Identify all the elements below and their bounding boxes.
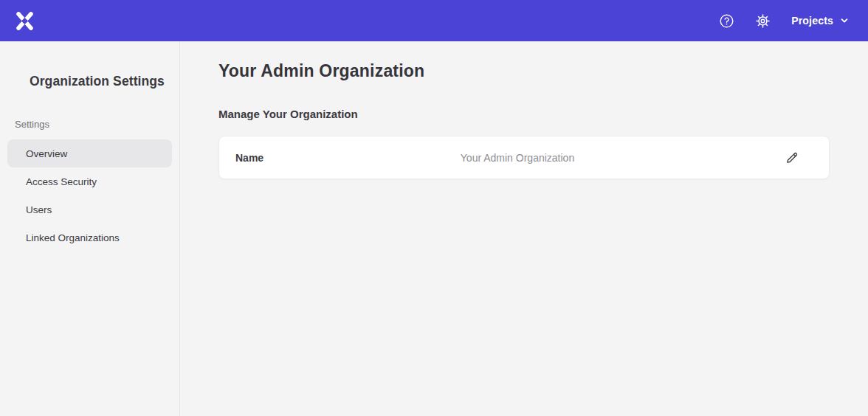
name-field-card: Name Your Admin Organization [218,136,830,179]
brand-logo-button[interactable] [15,11,35,31]
sidebar-nav: Overview Access Security Users Linked Or… [0,139,179,252]
page-title: Your Admin Organization [218,61,830,81]
projects-dropdown[interactable]: Projects [791,15,849,27]
sidebar-section-label: Settings [15,119,179,130]
sidebar-item-linked-organizations[interactable]: Linked Organizations [7,223,172,252]
brand-x-logo-icon [15,11,35,31]
chevron-down-icon [840,16,849,25]
name-field-label: Name [235,152,461,164]
section-title: Manage Your Organization [218,108,830,120]
sidebar-item-label: Access Security [26,176,97,187]
navbar-actions: Projects [719,13,849,29]
edit-name-button[interactable] [785,150,799,165]
sidebar-item-overview[interactable]: Overview [7,139,172,167]
pencil-icon [785,150,799,165]
name-field-value: Your Admin Organization [461,152,574,164]
page-body: Organization Settings Settings Overview … [0,41,868,416]
help-circle-icon [719,13,734,29]
help-button[interactable] [719,13,734,29]
sidebar-item-label: Overview [26,148,67,159]
main-content: Your Admin Organization Manage Your Orga… [180,41,868,416]
settings-button[interactable] [755,13,771,29]
sidebar-title: Organization Settings [0,74,179,89]
projects-label: Projects [791,15,833,27]
sidebar-item-access-security[interactable]: Access Security [7,167,172,195]
sidebar-item-label: Linked Organizations [26,232,120,243]
sidebar-item-users[interactable]: Users [7,195,172,223]
sidebar-item-label: Users [26,204,52,215]
top-navbar: Projects [0,0,868,41]
sidebar: Organization Settings Settings Overview … [0,41,180,416]
gear-icon [755,13,771,29]
